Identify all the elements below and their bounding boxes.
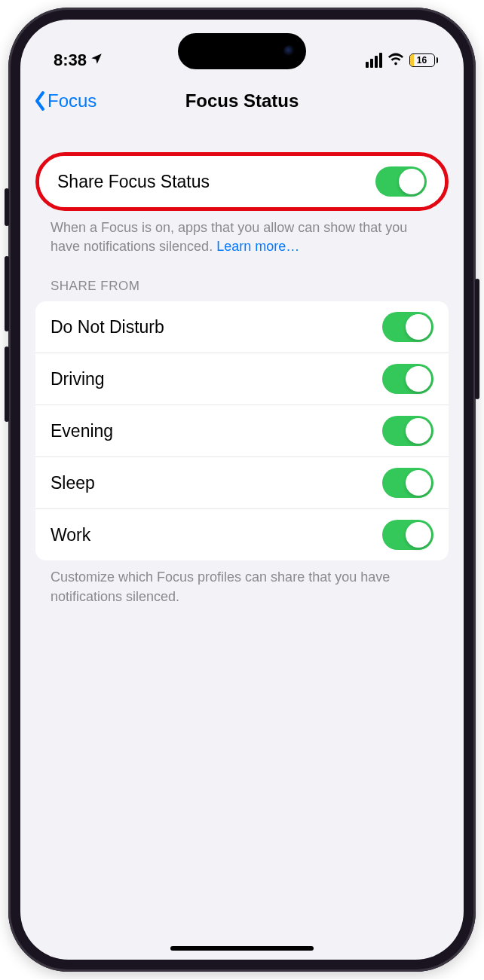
status-time: 8:38 (54, 50, 87, 70)
focus-label: Evening (51, 421, 113, 441)
side-button-power (475, 279, 479, 399)
navigation-bar: Focus Focus Status (20, 80, 464, 122)
focus-row-sleep[interactable]: Sleep (35, 457, 449, 509)
focus-toggle-sleep[interactable] (382, 468, 433, 498)
focus-row-work[interactable]: Work (35, 509, 449, 560)
wifi-icon (388, 50, 404, 70)
share-from-footer: Customize which Focus profiles can share… (35, 560, 449, 606)
dynamic-island (178, 33, 306, 69)
side-button-volume-up (5, 256, 9, 331)
focus-label: Driving (51, 369, 105, 389)
focus-label: Do Not Disturb (51, 317, 164, 337)
back-label: Focus (47, 90, 96, 111)
share-focus-status-row[interactable]: Share Focus Status (39, 156, 445, 207)
chevron-left-icon (34, 90, 46, 111)
focus-label: Sleep (51, 473, 95, 493)
share-focus-status-label: Share Focus Status (57, 172, 210, 192)
share-from-group: SHARE FROM Do Not Disturb Driving Evenin… (35, 279, 449, 606)
back-button[interactable]: Focus (34, 90, 96, 111)
focus-toggle-driving[interactable] (382, 364, 433, 394)
share-from-header: SHARE FROM (35, 279, 449, 301)
share-status-highlight: Share Focus Status (35, 152, 449, 211)
focus-label: Work (51, 525, 90, 545)
page-title: Focus Status (185, 90, 299, 111)
focus-row-driving[interactable]: Driving (35, 353, 449, 405)
focus-row-evening[interactable]: Evening (35, 405, 449, 457)
home-indicator[interactable] (170, 946, 314, 951)
side-button-volume-down (5, 347, 9, 422)
screen: 8:38 16 (20, 20, 464, 960)
share-status-group: Share Focus Status When a Focus is on, a… (35, 152, 449, 256)
phone-frame: 8:38 16 (8, 8, 476, 972)
cellular-signal-icon (366, 53, 382, 68)
focus-toggle-work[interactable] (382, 520, 433, 550)
focus-toggle-do-not-disturb[interactable] (382, 312, 433, 342)
front-camera-icon (283, 45, 296, 57)
location-icon (90, 50, 103, 70)
side-button-silence (5, 188, 9, 226)
share-status-description: When a Focus is on, apps that you allow … (35, 211, 449, 256)
focus-row-do-not-disturb[interactable]: Do Not Disturb (35, 301, 449, 353)
learn-more-link[interactable]: Learn more… (216, 239, 299, 254)
content-area: Share Focus Status When a Focus is on, a… (20, 122, 464, 606)
battery-percent: 16 (417, 55, 427, 66)
share-focus-status-toggle[interactable] (375, 166, 427, 197)
focus-toggle-evening[interactable] (382, 416, 433, 446)
battery-indicator: 16 (409, 53, 439, 67)
